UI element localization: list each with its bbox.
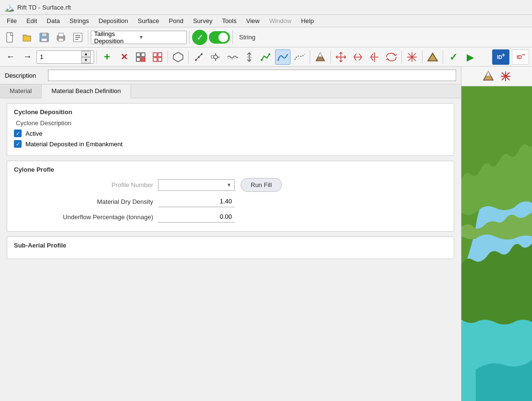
height-tool[interactable] [242, 49, 257, 65]
sub-aerial-section: Sub-Aerial Profile [7, 236, 454, 259]
nav-up-button[interactable]: ▲ [81, 51, 91, 57]
mountain-tool[interactable] [313, 49, 328, 65]
run-fill-button[interactable]: Run Fill [241, 178, 282, 192]
tailings-dropdown[interactable]: Tailings Deposition ▼ [91, 31, 187, 44]
menu-data[interactable]: Data [42, 16, 64, 26]
height-icon [243, 51, 255, 63]
grid-icon-2 [152, 51, 163, 63]
separator-3 [232, 31, 233, 44]
svg-rect-18 [158, 58, 162, 61]
print-button[interactable] [53, 30, 69, 45]
material-deposited-checkbox[interactable]: ✓ [14, 140, 22, 148]
material-dry-density-input[interactable] [158, 196, 235, 207]
menu-help[interactable]: Help [296, 16, 319, 26]
grid-icon-1 [135, 51, 146, 63]
active-checkbox[interactable]: ✓ [14, 130, 22, 137]
compress-tool[interactable] [367, 49, 382, 65]
menu-bar: File Edit Data Strings Deposition Surfac… [0, 15, 532, 27]
menu-edit[interactable]: Edit [22, 16, 42, 26]
back-button[interactable]: ← [3, 49, 18, 65]
move-all-icon [335, 51, 347, 63]
new-button[interactable] [3, 30, 18, 45]
compress-icon [369, 51, 380, 63]
play-button[interactable]: ▶ [462, 49, 478, 65]
id-minus-icon: ID− [516, 52, 525, 62]
svg-marker-45 [428, 53, 437, 61]
svg-rect-0 [7, 33, 12, 42]
app-title: Rift TD - Surface.rft [17, 4, 71, 11]
profile-number-row: Profile Number ▼ Run Fill [14, 178, 447, 192]
add-button[interactable]: + [99, 49, 115, 65]
point-tool[interactable] [191, 49, 206, 65]
mountain-outline-icon [427, 51, 438, 63]
toolbar-2: ← → 1 ▲ ▼ + ✕ [0, 47, 532, 67]
open-button[interactable] [20, 30, 35, 45]
move-all-tool[interactable] [333, 49, 349, 65]
svg-rect-12 [141, 53, 145, 57]
separator-1 [88, 31, 88, 44]
dropdown-arrow-icon: ▼ [139, 35, 183, 40]
separator-5 [168, 50, 168, 64]
description-input[interactable] [48, 70, 456, 81]
forward-button[interactable]: → [20, 49, 35, 65]
menu-tools[interactable]: Tools [217, 16, 241, 26]
terrain-icon [294, 51, 305, 63]
underflow-input[interactable] [158, 211, 235, 223]
svg-rect-5 [59, 33, 63, 36]
menu-pond[interactable]: Pond [164, 16, 188, 26]
toggle-knob [218, 33, 228, 42]
svg-rect-6 [59, 38, 63, 41]
wave-icon [227, 51, 238, 63]
menu-file[interactable]: File [2, 16, 22, 26]
back-icon: ← [6, 52, 15, 62]
active-row: ✓ Active [14, 130, 447, 137]
validate-button[interactable]: ✓ [446, 49, 461, 65]
edit-button[interactable] [70, 30, 85, 45]
tab-material[interactable]: Material [0, 84, 42, 98]
save-button[interactable] [36, 30, 52, 45]
node-tool[interactable] [208, 49, 223, 65]
toolbar-1: Tailings Deposition ▼ ✓ String [0, 27, 532, 47]
menu-strings[interactable]: Strings [65, 16, 94, 26]
menu-window[interactable]: Window [265, 16, 296, 26]
curve-tool[interactable] [275, 49, 290, 65]
rotate-tool[interactable] [384, 49, 399, 65]
cross-icon: ✕ [121, 52, 128, 62]
nav-value: 1 [40, 53, 43, 60]
menu-deposition[interactable]: Deposition [94, 16, 133, 26]
menu-survey[interactable]: Survey [188, 16, 217, 26]
toggle-button[interactable] [209, 31, 230, 44]
terrain-tool[interactable] [292, 49, 307, 65]
save-icon [38, 32, 50, 43]
material-dry-density-row: Material Dry Density [14, 196, 447, 207]
open-icon [22, 32, 33, 43]
id-plus-button[interactable]: ID+ [492, 49, 509, 65]
star-tool[interactable] [404, 49, 420, 65]
nav-dropdown[interactable]: 1 ▲ ▼ [36, 50, 94, 64]
new-icon [5, 32, 16, 43]
terrain-view-button[interactable] [481, 69, 496, 84]
curve-icon [277, 51, 289, 63]
menu-view[interactable]: View [242, 16, 265, 26]
wind-icon [499, 70, 512, 83]
svg-rect-14 [141, 58, 145, 61]
mountain-outline-tool[interactable] [425, 49, 440, 65]
svg-rect-2 [42, 33, 47, 36]
tab-material-beach-definition[interactable]: Material Beach Definition [42, 84, 131, 98]
nav-down-button[interactable]: ▼ [81, 57, 91, 63]
line-tool[interactable] [258, 49, 274, 65]
delete-button[interactable]: ✕ [116, 49, 132, 65]
id-minus-button[interactable]: ID− [512, 49, 529, 65]
string-label: String [235, 33, 259, 42]
grid-button-1[interactable] [133, 49, 148, 65]
profile-number-dropdown[interactable]: ▼ [158, 179, 235, 191]
expand-tool[interactable] [350, 49, 365, 65]
wind-button[interactable] [498, 69, 513, 84]
wave-tool[interactable] [225, 49, 240, 65]
polygon-tool[interactable] [170, 49, 186, 65]
green-check-button[interactable]: ✓ [192, 30, 207, 45]
title-bar: 🏔️ Rift TD - Surface.rft [0, 0, 532, 15]
menu-surface[interactable]: Surface [133, 16, 164, 26]
grid-button-2[interactable] [150, 49, 165, 65]
underflow-label: Underflow Percentage (tonnage) [14, 213, 158, 221]
